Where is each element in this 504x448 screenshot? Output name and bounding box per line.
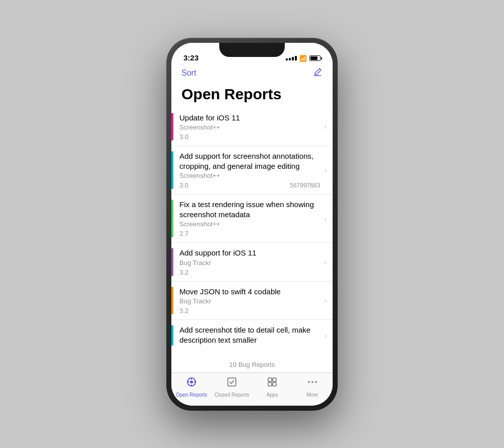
list-item[interactable]: Move JSON to swift 4 codable Bug Trackr … — [171, 282, 333, 321]
status-time: 3:23 — [183, 53, 199, 62]
item-content: Add support for screenshot annotations, … — [179, 151, 320, 189]
item-content: Move JSON to swift 4 codable Bug Trackr … — [179, 287, 320, 315]
item-version: 3.0 — [179, 181, 188, 189]
status-icons: 📶 — [286, 55, 321, 62]
more-icon — [306, 376, 319, 391]
item-version: 2.7 — [179, 230, 188, 237]
page-title: Open Reports — [181, 86, 323, 103]
color-indicator — [171, 248, 173, 276]
color-indicator — [171, 287, 173, 315]
tab-closed-reports-label: Closed Reports — [215, 392, 249, 398]
item-meta: 3.2 — [179, 269, 320, 276]
closed-reports-icon — [226, 376, 238, 391]
chevron-icon: › — [324, 166, 327, 174]
svg-rect-10 — [273, 382, 276, 386]
list-item[interactable]: Fix a test rendering issue when showing … — [171, 195, 333, 243]
item-app: Bug Trackr — [179, 297, 320, 305]
tab-closed-reports[interactable]: Closed Reports — [212, 376, 252, 398]
color-indicator — [171, 325, 173, 346]
item-content: Add screenshot title to detail cell, mak… — [179, 325, 320, 346]
page-title-container: Open Reports — [171, 84, 333, 108]
item-app: Bug Trackr — [179, 259, 320, 267]
item-title: Fix a test rendering issue when showing … — [179, 200, 320, 219]
list-item[interactable]: Add support for iOS 11 Bug Trackr 3.2 › — [171, 243, 333, 282]
edit-button[interactable] — [312, 67, 323, 80]
svg-point-1 — [190, 380, 193, 383]
item-version: 3.2 — [179, 269, 188, 276]
item-meta: 3.0 — [179, 133, 320, 141]
battery-icon — [309, 55, 321, 61]
color-indicator — [171, 151, 173, 189]
item-id: 567997663 — [290, 182, 320, 189]
item-title: Move JSON to swift 4 codable — [179, 287, 320, 297]
svg-point-13 — [315, 381, 317, 383]
apps-icon — [266, 376, 278, 391]
item-version: 3.2 — [179, 307, 188, 314]
chevron-icon: › — [324, 122, 327, 131]
wifi-icon: 📶 — [299, 55, 307, 62]
svg-rect-7 — [268, 378, 272, 381]
list-item[interactable]: Add support for screenshot annotations, … — [171, 146, 333, 195]
item-app: Screenshot++ — [179, 220, 320, 228]
item-meta: 2.7 — [179, 230, 320, 237]
sort-button[interactable]: Sort — [181, 69, 196, 78]
color-indicator — [171, 200, 173, 237]
item-app: Screenshot++ — [179, 123, 320, 131]
open-reports-icon — [185, 376, 198, 391]
list-item[interactable]: Update for iOS 11 Screenshot++ 3.0 › — [171, 108, 333, 147]
tab-more-label: More — [307, 392, 319, 398]
item-meta: 3.0 567997663 — [179, 181, 320, 189]
svg-point-12 — [311, 381, 313, 383]
report-list[interactable]: Update for iOS 11 Screenshot++ 3.0 › Add… — [171, 108, 333, 357]
svg-rect-9 — [268, 382, 272, 386]
tab-more[interactable]: More — [292, 376, 333, 398]
item-title: Add screenshot title to detail cell, mak… — [179, 325, 320, 345]
item-content: Update for iOS 11 Screenshot++ 3.0 — [179, 113, 320, 141]
svg-point-11 — [308, 381, 310, 383]
svg-rect-8 — [273, 378, 276, 381]
svg-rect-6 — [228, 378, 236, 386]
item-title: Update for iOS 11 — [179, 113, 320, 123]
tab-apps[interactable]: Apps — [252, 376, 292, 398]
item-version: 3.0 — [179, 133, 188, 141]
item-meta: 3.2 — [179, 307, 320, 314]
phone-screen: 3:23 📶 Sort — [171, 43, 333, 406]
item-app: Screenshot++ — [179, 172, 320, 179]
phone-frame: 3:23 📶 Sort — [166, 38, 338, 411]
item-content: Fix a test rendering issue when showing … — [179, 200, 320, 237]
item-title: Add support for screenshot annotations, … — [179, 151, 320, 171]
chevron-icon: › — [324, 258, 327, 266]
color-indicator — [171, 113, 173, 141]
nav-header: Sort — [171, 65, 333, 84]
item-title: Add support for iOS 11 — [179, 248, 320, 258]
chevron-icon: › — [324, 332, 327, 340]
chevron-icon: › — [324, 296, 327, 304]
chevron-icon: › — [324, 215, 327, 223]
list-footer: 10 Bug Reports — [171, 357, 333, 372]
tab-bar: Open Reports Closed Reports — [171, 372, 333, 406]
item-content: Add support for iOS 11 Bug Trackr 3.2 — [179, 248, 320, 276]
signal-icon — [286, 56, 297, 60]
list-item[interactable]: Add screenshot title to detail cell, mak… — [171, 320, 333, 351]
tab-open-reports[interactable]: Open Reports — [171, 376, 212, 398]
tab-apps-label: Apps — [267, 392, 278, 398]
notch — [219, 43, 285, 57]
tab-open-reports-label: Open Reports — [176, 392, 207, 398]
